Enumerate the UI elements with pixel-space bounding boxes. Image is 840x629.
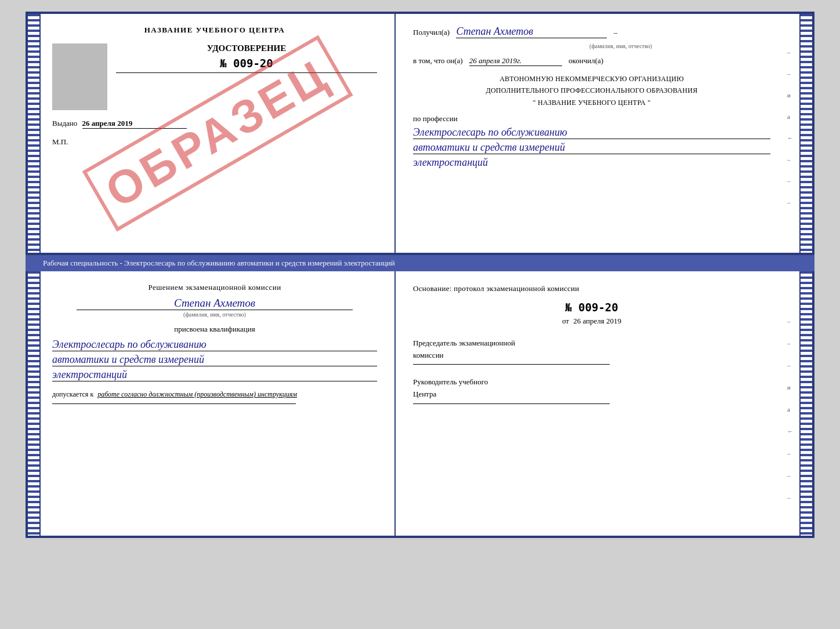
poluchil-block: Получил(а) Степан Ахметов – <box>413 26 770 38</box>
ot-block: от 26 апреля 2019 <box>413 317 770 326</box>
recipient-name: Степан Ахметов <box>456 26 607 38</box>
predsedatel-block: Председатель экзаменационной комиссии <box>413 337 770 362</box>
right-spine-bottom <box>799 271 812 536</box>
top-right-panel: Получил(а) Степан Ахметов – (фамилия, им… <box>396 14 799 253</box>
side-chars-bottom: – – – и а ← – – – <box>787 318 794 501</box>
bottom-number: № 009-20 <box>413 301 770 314</box>
mp-block: М.П. <box>52 137 377 147</box>
prisvоena-label: присвоена квалификация <box>52 325 377 334</box>
vtom-block: в том, что он(а) 26 апреля 2019г. окончи… <box>413 56 770 66</box>
mp-label: М.П. <box>52 137 68 146</box>
predsedatel-signature-line <box>413 364 610 365</box>
ot-date: 26 апреля 2019 <box>573 317 621 325</box>
profession-line1: Электрослесарь по обслуживанию <box>413 126 770 139</box>
right-spine-top <box>799 14 812 253</box>
udost-label: УДОСТОВЕРЕНИЕ <box>116 43 377 53</box>
resheniem-label: Решением экзаменационной комиссии <box>52 283 377 292</box>
rukovoditel-line1: Руководитель учебного <box>413 376 770 388</box>
predsedatel-line2: комиссии <box>413 350 770 362</box>
name-sub-top: (фамилия, имя, отчество) <box>471 43 770 49</box>
side-chars-top: – – и а ← – – – <box>787 49 794 206</box>
okonchil-label: окончил(а) <box>569 56 603 65</box>
ot-label: от <box>562 317 569 325</box>
top-left-title: НАЗВАНИЕ УЧЕБНОГО ЦЕНТРА <box>52 26 377 35</box>
rukovoditel-block: Руководитель учебного Центра <box>413 376 770 401</box>
rukovoditel-line2: Центра <box>413 388 770 401</box>
issued-block: Выдано 26 апреля 2019 <box>52 119 377 129</box>
bottom-name-sub: (фамилия, имя, отчество) <box>52 311 377 318</box>
qual-line2: автоматики и средств измерений <box>52 354 377 366</box>
bottom-right-panel: Основание: протокол экзаменационной коми… <box>396 271 799 536</box>
допускается-value: работе согласно должностным (производств… <box>97 390 297 398</box>
допускается-label: допускается к <box>52 390 93 398</box>
photo-placeholder <box>52 43 107 110</box>
org-line3: " НАЗВАНИЕ УЧЕБНОГО ЦЕНТРА " <box>413 97 770 108</box>
profession-line2: автоматики и средств измерений <box>413 141 770 154</box>
issued-date: 26 апреля 2019 <box>82 119 187 129</box>
udost-number: № 009-20 <box>116 57 377 73</box>
bottom-doc: Решением экзаменационной комиссии Степан… <box>26 271 814 538</box>
specialty-bar: Рабочая специальность - Электрослесарь п… <box>26 255 814 271</box>
left-spine-top <box>28 14 41 253</box>
predsedatel-line1: Председатель экзаменационной <box>413 337 770 350</box>
po-professii: по профессии <box>413 114 770 123</box>
qual-line3: электростанций <box>52 369 377 381</box>
qual-line1: Электрослесарь по обслуживанию <box>52 339 377 351</box>
допускается-block: допускается к работе согласно должностны… <box>52 390 377 399</box>
bottom-left-panel: Решением экзаменационной комиссии Степан… <box>41 271 396 536</box>
left-spine-bottom <box>28 271 41 536</box>
org-line2: ДОПОЛНИТЕЛЬНОГО ПРОФЕССИОНАЛЬНОГО ОБРАЗО… <box>413 85 770 96</box>
org-line1: АВТОНОМНУЮ НЕКОММЕРЧЕСКУЮ ОРГАНИЗАЦИЮ <box>413 73 770 85</box>
document-container: НАЗВАНИЕ УЧЕБНОГО ЦЕНТРА УДОСТОВЕРЕНИЕ №… <box>26 12 814 538</box>
profession-line3: электростанций <box>413 157 770 169</box>
vtom-date: 26 апреля 2019г. <box>469 56 562 66</box>
osnovanie-label: Основание: протокол экзаменационной коми… <box>413 283 770 295</box>
poluchil-label: Получил(а) <box>413 28 450 37</box>
bottom-signature-line-left <box>52 403 296 404</box>
issued-label: Выдано <box>52 119 77 128</box>
org-block: АВТОНОМНУЮ НЕКОММЕРЧЕСКУЮ ОРГАНИЗАЦИЮ ДО… <box>413 73 770 108</box>
rukovoditel-signature-line <box>413 403 610 404</box>
bottom-name: Степан Ахметов <box>77 297 353 310</box>
top-left-panel: НАЗВАНИЕ УЧЕБНОГО ЦЕНТРА УДОСТОВЕРЕНИЕ №… <box>41 14 396 253</box>
vtom-label: в том, что он(а) <box>413 56 463 65</box>
